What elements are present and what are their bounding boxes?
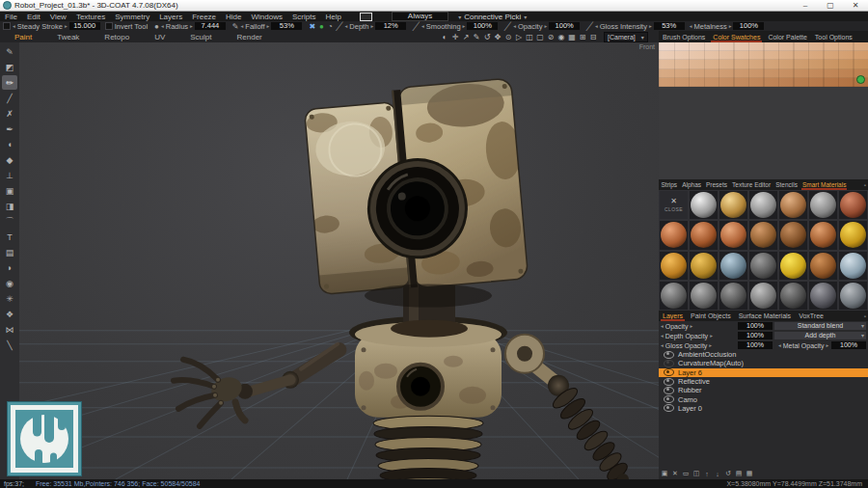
- radius-value[interactable]: 7.444: [195, 22, 226, 30]
- tool-button[interactable]: ◉: [2, 276, 17, 290]
- steady-stroke-value[interactable]: 15.000: [69, 22, 100, 30]
- add-swatch-button[interactable]: [856, 75, 865, 84]
- material-thumbnail[interactable]: [659, 220, 689, 250]
- tool-button[interactable]: ◆: [2, 152, 17, 167]
- spinner-right-icon[interactable]: ▸: [463, 23, 466, 29]
- material-thumbnail[interactable]: [838, 190, 868, 220]
- spinner-left-icon[interactable]: ◂: [778, 342, 781, 348]
- spinner-right-icon[interactable]: ▸: [729, 23, 732, 29]
- tool-button[interactable]: ◗: [2, 260, 17, 275]
- material-thumbnail[interactable]: [838, 281, 868, 311]
- material-thumbnail[interactable]: [689, 251, 719, 281]
- swatch-row[interactable]: [659, 51, 868, 60]
- panel-tab[interactable]: Alphas: [680, 179, 704, 190]
- material-thumbnail[interactable]: [778, 281, 808, 311]
- room-tab[interactable]: Tweak: [44, 33, 92, 41]
- tool-button[interactable]: ✒: [2, 122, 17, 136]
- swatch-row[interactable]: [659, 60, 868, 68]
- metalness-value[interactable]: 100%: [733, 22, 764, 30]
- spinner-left-icon[interactable]: ◂: [661, 333, 664, 339]
- tool-button[interactable]: ⊥: [2, 168, 17, 182]
- panel-tab[interactable]: Paint Objects: [687, 311, 735, 321]
- material-thumbnail[interactable]: [808, 220, 838, 250]
- smoothing-curve-icon[interactable]: ╱: [413, 22, 418, 31]
- material-thumbnail[interactable]: [689, 281, 719, 311]
- layer-action-icon[interactable]: ↑: [703, 471, 711, 477]
- material-thumbnail[interactable]: [838, 251, 868, 281]
- tool-button[interactable]: ✗: [2, 106, 17, 121]
- room-tab[interactable]: Render: [225, 33, 275, 41]
- layer-action-icon[interactable]: ▦: [746, 470, 753, 477]
- invert-tool-checkbox[interactable]: [105, 22, 113, 30]
- steady-stroke-checkbox[interactable]: [3, 22, 11, 30]
- camera-dropdown[interactable]: [Camera] ▾: [604, 32, 648, 42]
- menu-item[interactable]: Scripts: [287, 13, 320, 21]
- panel-tab[interactable]: VoxTree: [795, 311, 827, 321]
- gloss-intensity-group[interactable]: ╱ ◂ Gloss Intensity ▸ 53%: [584, 22, 685, 31]
- falloff-group[interactable]: ◂ Falloff ▸ 53%: [241, 22, 303, 31]
- panel-tab[interactable]: Smart Materials: [800, 179, 849, 190]
- material-thumbnail[interactable]: [748, 190, 778, 220]
- gradient-mode-icon[interactable]: ◔: [328, 22, 333, 31]
- spinner-right-icon[interactable]: ▸: [544, 23, 547, 29]
- material-thumbnail[interactable]: [778, 220, 808, 250]
- menu-item[interactable]: View: [45, 13, 71, 21]
- material-thumbnail[interactable]: [659, 251, 689, 281]
- metal-opacity-value[interactable]: 100%: [831, 341, 866, 349]
- minimize-button[interactable]: –: [793, 1, 818, 10]
- layer-row[interactable]: Layer 6: [659, 368, 868, 377]
- robot-model[interactable]: [174, 78, 630, 479]
- spinner-left-icon[interactable]: ◂: [661, 342, 664, 348]
- spinner-right-icon[interactable]: ▸: [370, 23, 373, 29]
- pen-pressure-icon[interactable]: ✎: [232, 22, 239, 31]
- spinner-right-icon[interactable]: ▸: [709, 342, 712, 348]
- brush-tip-icon[interactable]: ●: [154, 22, 159, 31]
- tool-button[interactable]: ▤: [2, 245, 17, 259]
- material-thumbnail[interactable]: [748, 220, 778, 250]
- layer-opacity-value[interactable]: 100%: [738, 322, 773, 330]
- layer-row[interactable]: Layer 0: [659, 404, 868, 413]
- layer-action-icon[interactable]: ▭: [682, 470, 690, 477]
- menu-item[interactable]: Help: [320, 13, 345, 21]
- menu-item[interactable]: Symmetry: [110, 13, 154, 21]
- layer-action-icon[interactable]: ↓: [714, 471, 721, 477]
- pin-icon[interactable]: ▪: [864, 182, 868, 188]
- tool-button[interactable]: ◩: [2, 60, 17, 74]
- opacity-curve-icon[interactable]: ╱: [504, 22, 509, 31]
- tool-button[interactable]: ✎: [2, 44, 17, 59]
- brush-alpha-preview[interactable]: [8, 402, 81, 475]
- material-thumbnail[interactable]: [808, 190, 838, 220]
- menu-item[interactable]: Windows: [247, 13, 287, 21]
- pick-visible-checkbox[interactable]: [360, 13, 372, 21]
- viewport-tool-icon[interactable]: ⊞: [578, 33, 587, 41]
- material-thumbnail[interactable]: [659, 281, 689, 311]
- room-tab[interactable]: Retopo: [92, 33, 142, 41]
- blend-mode-dropdown[interactable]: Standard blend ▾: [774, 322, 866, 330]
- pin-icon[interactable]: ▪: [864, 313, 868, 319]
- menu-item[interactable]: Freeze: [187, 13, 221, 21]
- spinner-right-icon[interactable]: ▸: [710, 333, 713, 339]
- spinner-left-icon[interactable]: ◂: [690, 23, 692, 29]
- spinner-right-icon[interactable]: ▸: [65, 23, 68, 29]
- room-tab[interactable]: UV: [142, 33, 177, 41]
- material-thumbnail[interactable]: [719, 190, 748, 220]
- radius-group[interactable]: ◂ Radius ▸ 7.444: [161, 22, 226, 31]
- viewport-tool-icon[interactable]: ✛: [450, 33, 460, 41]
- layer-action-icon[interactable]: ▤: [735, 470, 743, 477]
- eye-icon[interactable]: [664, 360, 674, 367]
- eye-icon[interactable]: [664, 404, 674, 412]
- spinner-left-icon[interactable]: ◂: [241, 23, 244, 29]
- smoothing-value[interactable]: 100%: [467, 22, 498, 30]
- panel-tab[interactable]: Presets: [704, 179, 730, 190]
- invert-tool-group[interactable]: Invert Tool: [105, 22, 148, 31]
- always-dropdown[interactable]: Always: [392, 12, 448, 21]
- depth-opacity-value[interactable]: 100%: [738, 332, 773, 339]
- gloss-opacity-value[interactable]: 100%: [738, 341, 773, 349]
- viewport-canvas[interactable]: Front: [19, 42, 659, 479]
- tool-button[interactable]: ✏: [2, 75, 17, 90]
- swatch-row[interactable]: [659, 69, 868, 78]
- spinner-right-icon[interactable]: ▸: [190, 23, 193, 29]
- gloss-intensity-value[interactable]: 53%: [654, 22, 685, 30]
- viewport-tool-icon[interactable]: ↗: [461, 33, 471, 41]
- layer-row[interactable]: AmbientOcclusion: [659, 350, 868, 359]
